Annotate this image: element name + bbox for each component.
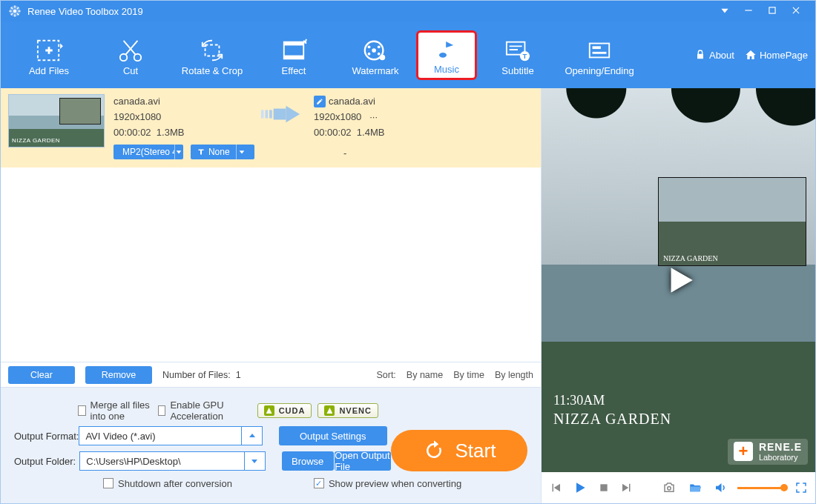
svg-rect-9 bbox=[284, 55, 303, 59]
sort-by-name[interactable]: By name bbox=[407, 370, 443, 380]
remove-button[interactable]: Remove bbox=[85, 366, 152, 384]
merge-label: Merge all files into one bbox=[91, 399, 158, 422]
dest-dash: - bbox=[314, 146, 384, 162]
fullscreen-button[interactable] bbox=[794, 481, 808, 494]
audio-pill[interactable]: MP2(Stereo 4 bbox=[113, 145, 183, 159]
window-maximize-button[interactable] bbox=[760, 5, 784, 18]
tool-label: Music bbox=[418, 64, 475, 75]
text-t-icon bbox=[197, 147, 205, 156]
tool-label: Add Files bbox=[8, 65, 90, 76]
watermark-icon bbox=[335, 36, 416, 65]
opening-ending-icon bbox=[559, 36, 640, 65]
list-actions: Clear Remove Number of Files: 1 Sort: By… bbox=[1, 362, 541, 387]
tool-rotate-crop[interactable]: Rotate & Crop bbox=[171, 34, 253, 76]
tool-subtitle[interactable]: T Subtitle bbox=[477, 34, 559, 76]
window-dropdown-button[interactable] bbox=[713, 5, 737, 18]
shutdown-checkbox[interactable]: Shutdown after conversion bbox=[103, 478, 232, 489]
svg-text:T: T bbox=[523, 52, 527, 60]
subtitle-icon: T bbox=[477, 36, 559, 65]
nvenc-badge: NVENC bbox=[317, 403, 378, 418]
output-folder-label: Output Folder: bbox=[14, 456, 79, 467]
svg-rect-25 bbox=[265, 110, 268, 118]
svg-point-11 bbox=[372, 48, 376, 53]
homepage-link[interactable]: HomePage bbox=[745, 49, 808, 61]
sort-by-length[interactable]: By length bbox=[495, 370, 533, 380]
snapshot-button[interactable] bbox=[662, 481, 677, 494]
svg-point-14 bbox=[368, 52, 371, 55]
source-duration: 00:00:02 bbox=[113, 127, 151, 138]
volume-button[interactable] bbox=[714, 481, 727, 494]
stop-button[interactable] bbox=[598, 482, 610, 494]
play-overlay-button[interactable] bbox=[655, 256, 703, 304]
clear-button[interactable]: Clear bbox=[8, 366, 75, 384]
effect-icon bbox=[253, 36, 335, 65]
tool-opening-ending[interactable]: Opening/Ending bbox=[559, 34, 640, 76]
gpu-checkbox[interactable]: Enable GPU Acceleration bbox=[158, 399, 247, 422]
svg-rect-26 bbox=[269, 110, 272, 118]
tool-watermark[interactable]: Watermark bbox=[335, 34, 416, 76]
tool-music[interactable]: Music bbox=[416, 30, 477, 80]
output-format-combo[interactable]: AVI Video (*.avi) bbox=[79, 426, 263, 445]
start-label: Start bbox=[455, 440, 496, 462]
sort-by-time[interactable]: By time bbox=[453, 370, 484, 380]
preview-checkbox[interactable]: ✓Show preview when converting bbox=[314, 478, 461, 489]
window-close-button[interactable] bbox=[784, 5, 808, 18]
source-dims: 1920x1080 bbox=[113, 110, 254, 125]
output-folder-value: C:\Users\HP\Desktop\ bbox=[79, 451, 244, 471]
output-settings-button[interactable]: Output Settings bbox=[279, 426, 387, 445]
tool-add-files[interactable]: Add Files bbox=[8, 34, 90, 76]
svg-rect-28 bbox=[600, 484, 607, 491]
play-button[interactable] bbox=[573, 480, 588, 495]
svg-rect-22 bbox=[593, 46, 601, 49]
edit-icon[interactable] bbox=[314, 96, 326, 107]
svg-point-12 bbox=[368, 45, 371, 48]
dest-info: canada.avi 1920x1080 ··· 00:00:02 1.4MB … bbox=[314, 94, 384, 162]
svg-point-16 bbox=[380, 54, 386, 60]
tool-label: Subtitle bbox=[477, 65, 559, 76]
tool-cut[interactable]: Cut bbox=[90, 34, 171, 76]
open-output-button[interactable]: Open Output File bbox=[335, 451, 391, 471]
prev-button[interactable] bbox=[549, 481, 562, 494]
chevron-down-icon[interactable] bbox=[174, 145, 183, 159]
preview-title: NIZZA GARDEN bbox=[553, 411, 671, 428]
subtitle-pill-label: None bbox=[208, 145, 230, 159]
thumb-label: NIZZA GARDEN bbox=[12, 137, 60, 144]
video-preview[interactable]: NIZZA GARDEN 11:30AM NIZZA GARDEN + RENE… bbox=[542, 88, 815, 472]
next-button[interactable] bbox=[620, 481, 634, 494]
chevron-up-icon[interactable] bbox=[242, 426, 263, 445]
about-link[interactable]: About bbox=[694, 49, 734, 61]
output-folder-combo[interactable]: C:\Users\HP\Desktop\ bbox=[79, 451, 265, 471]
shutdown-label: Shutdown after conversion bbox=[118, 478, 232, 489]
merge-checkbox[interactable]: Merge all files into one bbox=[78, 399, 158, 422]
brand-watermark: + RENE.ELaboratory bbox=[728, 439, 808, 465]
svg-rect-23 bbox=[593, 51, 607, 53]
output-format-value: AVI Video (*.avi) bbox=[79, 426, 242, 445]
brand-cross-icon: + bbox=[734, 442, 753, 461]
open-folder-button[interactable] bbox=[687, 481, 703, 494]
refresh-icon bbox=[423, 440, 445, 462]
file-count: 1 bbox=[236, 370, 241, 380]
window-minimize-button[interactable] bbox=[737, 5, 760, 18]
svg-rect-27 bbox=[274, 109, 286, 120]
title-bar: Renee Video Toolbox 2019 bbox=[1, 1, 815, 21]
main-toolbar: Add Files Cut Rotate & Crop Effect Water… bbox=[1, 21, 815, 88]
svg-point-13 bbox=[378, 45, 381, 48]
subtitle-pill[interactable]: None bbox=[191, 145, 254, 159]
chevron-down-icon[interactable] bbox=[245, 451, 266, 471]
gpu-label: Enable GPU Acceleration bbox=[170, 399, 246, 422]
file-row[interactable]: NIZZA GARDEN canada.avi 1920x1080 00:00:… bbox=[1, 88, 541, 168]
svg-point-6 bbox=[134, 53, 141, 60]
tool-effect[interactable]: Effect bbox=[253, 34, 335, 76]
tool-label: Opening/Ending bbox=[559, 65, 640, 76]
start-button[interactable]: Start bbox=[391, 430, 527, 471]
browse-button[interactable]: Browse bbox=[282, 451, 334, 471]
pip-preview: NIZZA GARDEN bbox=[658, 177, 806, 266]
chevron-down-icon[interactable] bbox=[236, 145, 248, 159]
preview-panel: NIZZA GARDEN 11:30AM NIZZA GARDEN + RENE… bbox=[541, 88, 815, 503]
tool-label: Cut bbox=[90, 65, 171, 76]
svg-point-17 bbox=[439, 53, 447, 58]
volume-slider[interactable] bbox=[737, 487, 784, 489]
svg-rect-3 bbox=[769, 7, 775, 13]
music-icon bbox=[418, 34, 475, 64]
svg-point-5 bbox=[120, 53, 127, 60]
